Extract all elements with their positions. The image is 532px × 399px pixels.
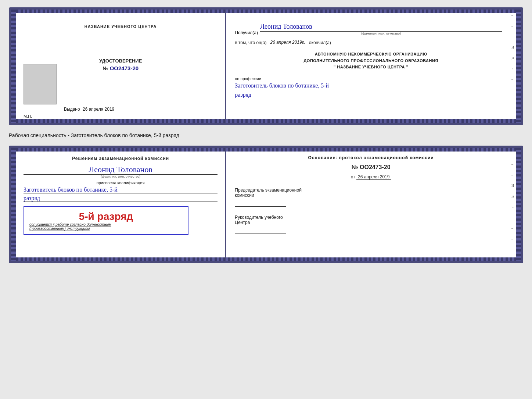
vtom-text: в том, что он(а) bbox=[235, 40, 266, 45]
razryad-text-1: разряд bbox=[235, 92, 507, 99]
dash-1: – bbox=[504, 29, 507, 35]
auto-line2: ДОПОЛНИТЕЛЬНОГО ПРОФЕССИОНАЛЬНОГО ОБРАЗО… bbox=[235, 58, 507, 64]
doc2-right: Основание: протокол экзаменационной коми… bbox=[226, 148, 516, 261]
fio-caption-2: (фамилия, имя, отчество) bbox=[24, 175, 218, 178]
poluchil-prefix: Получил(а) bbox=[235, 30, 258, 35]
vidano-label: Выдано bbox=[64, 107, 80, 112]
doc1-right: Получил(а) Леонид Толованов (фамилия, им… bbox=[226, 10, 516, 123]
udostoverenie-number: № OO2473-20 bbox=[99, 65, 142, 71]
page-container: НАЗВАНИЕ УЧЕБНОГО ЦЕНТРА УДОСТОВЕРЕНИЕ №… bbox=[9, 7, 523, 263]
po-professii-label: по профессии bbox=[235, 76, 507, 81]
qualif-text: Заготовитель блоков по ботанике, 5-й bbox=[24, 186, 218, 193]
doc2-number: OO2473-20 bbox=[360, 164, 391, 170]
rukov-line1: Руководитель учебного bbox=[235, 215, 507, 220]
stamp-number: 5-й разряд bbox=[29, 211, 183, 222]
doc1-left: НАЗВАНИЕ УЧЕБНОГО ЦЕНТРА УДОСТОВЕРЕНИЕ №… bbox=[16, 10, 226, 123]
poluchil-row: Получил(а) Леонид Толованов (фамилия, им… bbox=[235, 23, 507, 35]
chairman-signature bbox=[235, 199, 286, 207]
professiya-text: Заготовитель блоков по ботанике, 5-й bbox=[235, 82, 507, 90]
document-card-1: НАЗВАНИЕ УЧЕБНОГО ЦЕНТРА УДОСТОВЕРЕНИЕ №… bbox=[9, 7, 523, 125]
okonchil: окончил(а) bbox=[309, 40, 331, 45]
prisvoena-text: присвоена квалификация bbox=[24, 181, 218, 185]
chairman-line2: комиссии bbox=[235, 193, 507, 198]
number-prefix-1: № bbox=[103, 65, 108, 71]
resheniem-text: Решением экзаменационной комиссии bbox=[24, 155, 218, 162]
doc2-number-prefix: № bbox=[352, 164, 358, 170]
chairman-line1: Председатель экзаменационной bbox=[235, 188, 507, 193]
stamp-dopusk: допускается к работе согласно должностны… bbox=[29, 222, 183, 231]
ot-date: 26 апреля 2019 bbox=[356, 174, 391, 180]
margin-marks-2: – – – И ,а ← – – – – bbox=[511, 152, 515, 252]
stamp-box: 5-й разряд допускается к работе согласно… bbox=[24, 206, 188, 235]
margin-marks-1: – – – И ,а ← – bbox=[511, 13, 515, 81]
photo-placeholder bbox=[24, 64, 57, 104]
rukov-line2: Центра bbox=[235, 220, 507, 225]
document-card-2: Решением экзаменационной комиссии Леонид… bbox=[9, 146, 523, 263]
protocol-num: № OO2473-20 bbox=[235, 164, 507, 171]
osnovanie-title: Основание: протокол экзаменационной коми… bbox=[235, 155, 507, 160]
dopusk-text2: (производственным) инструкциям bbox=[29, 227, 90, 231]
rukov-label: Руководитель учебного Центра bbox=[235, 215, 507, 234]
mp-label: М.П. bbox=[24, 114, 32, 118]
po-professii-wrapper: по профессии Заготовитель блоков по бота… bbox=[235, 75, 507, 99]
udostoverenie-title: УДОСТОВЕРЕНИЕ bbox=[99, 58, 142, 64]
auto-line1: АВТОНОМНУЮ НЕКОММЕРЧЕСКУЮ ОРГАНИЗАЦИЮ bbox=[235, 51, 507, 58]
vtom-row: в том, что он(а) 26 апреля 2019г. окончи… bbox=[235, 40, 507, 45]
auto-line3: " НАЗВАНИЕ УЧЕБНОГО ЦЕНТРА " bbox=[235, 64, 507, 71]
chairman-label: Председатель экзаменационной комиссии bbox=[235, 188, 507, 207]
person-name-2: Леонид Толованов bbox=[24, 165, 218, 175]
fio-caption-1: (фамилия, имя, отчество) bbox=[260, 32, 502, 35]
doc1-number: OO2473-20 bbox=[110, 65, 139, 71]
vtom-date: 26 апреля 2019г. bbox=[269, 40, 307, 45]
auto-block: АВТОНОМНУЮ НЕКОММЕРЧЕСКУЮ ОРГАНИЗАЦИЮ ДО… bbox=[235, 51, 507, 71]
center-name-1: НАЗВАНИЕ УЧЕБНОГО ЦЕНТРА bbox=[85, 24, 157, 29]
ot-prefix: от bbox=[351, 174, 355, 179]
person-name-1: Леонид Толованов bbox=[260, 23, 502, 32]
doc2-left: Решением экзаменационной комиссии Леонид… bbox=[16, 148, 226, 261]
ot-date-row: от 26 апреля 2019 bbox=[235, 174, 507, 179]
rukov-signature bbox=[235, 227, 286, 234]
specialist-label: Рабочая специальность - Заготовитель бло… bbox=[9, 131, 523, 140]
vidano-row: Выдано 26 апреля 2019 bbox=[64, 107, 116, 112]
razryad-text2: разряд bbox=[24, 195, 218, 202]
vidano-date: 26 апреля 2019 bbox=[81, 107, 116, 112]
